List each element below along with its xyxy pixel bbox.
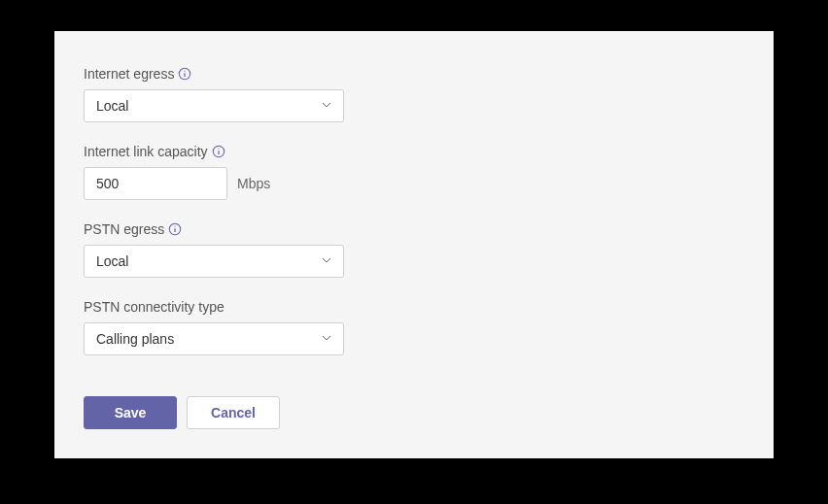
label-text: PSTN egress (84, 221, 164, 237)
info-icon[interactable] (178, 67, 191, 81)
info-icon[interactable] (212, 145, 225, 158)
svg-point-8 (175, 226, 176, 227)
save-button[interactable]: Save (84, 396, 177, 429)
internet-egress-field: Internet egress (84, 66, 744, 122)
cancel-button[interactable]: Cancel (187, 396, 280, 429)
internet-link-capacity-input[interactable] (84, 167, 227, 200)
internet-link-capacity-field: Internet link capacity Mbps (84, 144, 744, 200)
label-text: PSTN connectivity type (84, 299, 224, 315)
label-text: Internet egress (84, 66, 174, 82)
internet-egress-select-wrapper (84, 89, 344, 122)
svg-point-5 (218, 149, 219, 150)
info-icon[interactable] (168, 222, 182, 236)
internet-egress-select[interactable] (84, 89, 344, 122)
settings-panel: Internet egress Internet link capacity (54, 31, 774, 458)
pstn-connectivity-type-label: PSTN connectivity type (84, 299, 744, 315)
button-row: Save Cancel (84, 396, 744, 429)
svg-point-2 (185, 71, 186, 72)
internet-link-capacity-label: Internet link capacity (84, 144, 744, 159)
unit-label: Mbps (237, 176, 270, 191)
pstn-connectivity-type-select[interactable] (84, 322, 344, 355)
internet-link-capacity-row: Mbps (84, 167, 744, 200)
pstn-egress-field: PSTN egress (84, 221, 744, 278)
pstn-connectivity-type-select-wrapper (84, 322, 344, 355)
pstn-connectivity-type-field: PSTN connectivity type (84, 299, 744, 355)
internet-egress-label: Internet egress (84, 66, 744, 82)
label-text: Internet link capacity (84, 144, 208, 159)
pstn-egress-select-wrapper (84, 245, 344, 278)
pstn-egress-select[interactable] (84, 245, 344, 278)
pstn-egress-label: PSTN egress (84, 221, 744, 237)
